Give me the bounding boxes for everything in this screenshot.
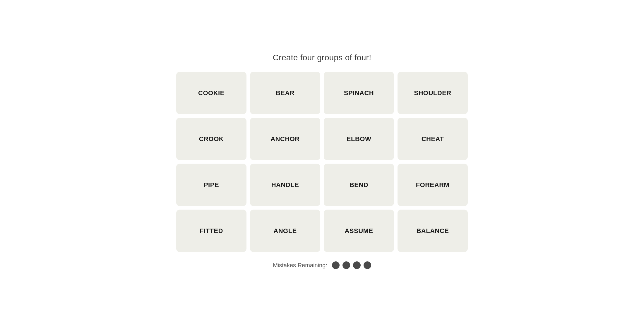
mistakes-dots (332, 261, 371, 269)
mistake-dot-4 (364, 261, 371, 269)
tile-bend[interactable]: BEND (324, 164, 394, 206)
tile-label-shoulder: SHOULDER (414, 89, 451, 97)
tile-balance[interactable]: BALANCE (398, 210, 468, 252)
tile-label-bend: BEND (350, 181, 368, 189)
tile-pipe[interactable]: PIPE (176, 164, 246, 206)
tile-handle[interactable]: HANDLE (250, 164, 320, 206)
tile-spinach[interactable]: SPINACH (324, 72, 394, 114)
mistakes-label: Mistakes Remaining: (273, 262, 327, 269)
tile-cookie[interactable]: COOKIE (176, 72, 246, 114)
tile-label-cheat: CHEAT (422, 135, 444, 143)
tile-label-anchor: ANCHOR (270, 135, 300, 143)
subtitle: Create four groups of four! (273, 53, 371, 62)
tile-bear[interactable]: BEAR (250, 72, 320, 114)
tile-forearm[interactable]: FOREARM (398, 164, 468, 206)
tile-label-angle: ANGLE (273, 227, 297, 235)
tile-label-balance: BALANCE (416, 227, 449, 235)
mistake-dot-2 (342, 261, 350, 269)
tile-label-forearm: FOREARM (416, 181, 450, 189)
tile-elbow[interactable]: ELBOW (324, 118, 394, 160)
tile-label-cookie: COOKIE (198, 89, 225, 97)
tiles-grid: COOKIEBEARSPINACHSHOULDERCROOKANCHORELBO… (176, 72, 468, 252)
tile-label-elbow: ELBOW (347, 135, 371, 143)
tile-label-crook: CROOK (199, 135, 224, 143)
mistake-dot-1 (332, 261, 340, 269)
tile-angle[interactable]: ANGLE (250, 210, 320, 252)
tile-shoulder[interactable]: SHOULDER (398, 72, 468, 114)
tile-label-bear: BEAR (276, 89, 294, 97)
tile-assume[interactable]: ASSUME (324, 210, 394, 252)
mistakes-area: Mistakes Remaining: (273, 261, 371, 269)
tile-label-spinach: SPINACH (344, 89, 374, 97)
tile-anchor[interactable]: ANCHOR (250, 118, 320, 160)
tile-label-fitted: FITTED (200, 227, 223, 235)
page-wrapper: Create four groups of four! COOKIEBEARSP… (0, 41, 644, 281)
mistake-dot-3 (353, 261, 361, 269)
tile-cheat[interactable]: CHEAT (398, 118, 468, 160)
tile-label-handle: HANDLE (271, 181, 299, 189)
tile-fitted[interactable]: FITTED (176, 210, 246, 252)
tile-label-pipe: PIPE (204, 181, 219, 189)
tile-crook[interactable]: CROOK (176, 118, 246, 160)
tile-label-assume: ASSUME (345, 227, 373, 235)
